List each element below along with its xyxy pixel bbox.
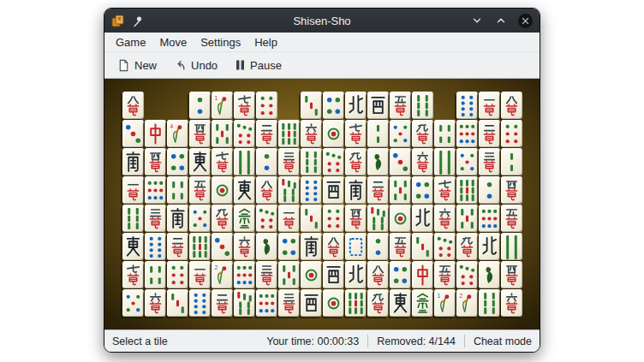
tile-b3[interactable] bbox=[166, 289, 188, 317]
tile-m4[interactable] bbox=[344, 205, 367, 233]
tile-c1[interactable] bbox=[211, 176, 233, 205]
tile-m1[interactable] bbox=[478, 92, 500, 120]
tile-m6[interactable] bbox=[411, 148, 433, 176]
tile-c7[interactable] bbox=[322, 148, 344, 176]
tile-dG[interactable] bbox=[411, 289, 433, 317]
tile-c1[interactable] bbox=[322, 289, 344, 317]
tile-m3[interactable] bbox=[478, 148, 500, 176]
tile-wE[interactable] bbox=[188, 148, 211, 176]
tile-m2[interactable] bbox=[166, 233, 188, 261]
tile-b3[interactable] bbox=[411, 233, 433, 261]
tile-m5[interactable] bbox=[433, 261, 456, 289]
tile-m7[interactable] bbox=[344, 120, 367, 148]
pause-button[interactable]: Pause bbox=[229, 56, 288, 74]
tile-wN[interactable] bbox=[411, 205, 433, 233]
tile-m9[interactable] bbox=[367, 289, 389, 317]
tile-wS[interactable] bbox=[166, 205, 188, 233]
tile-m1[interactable] bbox=[277, 205, 300, 233]
tile-m1[interactable] bbox=[122, 176, 144, 205]
tile-m7[interactable] bbox=[122, 261, 144, 289]
tile-m6[interactable] bbox=[233, 233, 255, 261]
tile-m2[interactable] bbox=[211, 289, 233, 317]
tile-s1[interactable]: 1 bbox=[433, 289, 456, 317]
tile-m3[interactable] bbox=[255, 261, 277, 289]
tile-m4[interactable] bbox=[500, 176, 522, 205]
tile-wN[interactable] bbox=[478, 233, 500, 261]
tile-m3[interactable] bbox=[277, 289, 300, 317]
tile-dR[interactable] bbox=[411, 261, 433, 289]
tile-b7[interactable] bbox=[277, 176, 300, 205]
tile-m7[interactable] bbox=[233, 92, 255, 120]
tile-c5[interactable] bbox=[456, 148, 478, 176]
tile-c9[interactable] bbox=[255, 289, 277, 317]
minimize-button[interactable] bbox=[469, 13, 485, 28]
tile-b6[interactable] bbox=[478, 289, 500, 317]
menu-settings[interactable]: Settings bbox=[194, 34, 247, 50]
tile-m6[interactable] bbox=[433, 205, 456, 233]
tile-m7[interactable] bbox=[211, 148, 233, 176]
tile-c4[interactable] bbox=[389, 261, 411, 289]
tile-m5[interactable] bbox=[389, 92, 411, 120]
tile-b2[interactable] bbox=[500, 148, 522, 176]
tile-b4[interactable] bbox=[166, 176, 188, 205]
tile-m6[interactable] bbox=[500, 289, 522, 317]
tile-c2[interactable] bbox=[188, 92, 211, 120]
tile-c6[interactable] bbox=[166, 261, 188, 289]
tile-m8[interactable] bbox=[322, 233, 344, 261]
tile-b9[interactable] bbox=[456, 176, 478, 205]
tile-m3[interactable] bbox=[277, 148, 300, 176]
tile-c2[interactable] bbox=[478, 176, 500, 205]
tile-c3[interactable] bbox=[122, 120, 144, 148]
tile-c8[interactable] bbox=[456, 92, 478, 120]
tile-wW[interactable] bbox=[367, 92, 389, 120]
tile-c9[interactable] bbox=[144, 176, 166, 205]
tile-b3[interactable] bbox=[300, 92, 322, 120]
tile-b9[interactable] bbox=[188, 233, 211, 261]
tile-b1[interactable] bbox=[478, 261, 500, 289]
tile-wW[interactable] bbox=[300, 289, 322, 317]
tile-c2[interactable] bbox=[367, 233, 389, 261]
tile-b1[interactable] bbox=[255, 233, 277, 261]
tile-b1[interactable] bbox=[367, 148, 389, 176]
tile-c7[interactable] bbox=[433, 233, 456, 261]
tile-c7[interactable] bbox=[255, 205, 277, 233]
tile-c1[interactable] bbox=[300, 261, 322, 289]
tile-wE[interactable] bbox=[389, 289, 411, 317]
tile-dW[interactable] bbox=[344, 233, 367, 261]
tile-m4[interactable] bbox=[188, 120, 211, 148]
tile-m8[interactable] bbox=[255, 176, 277, 205]
close-button[interactable] bbox=[517, 13, 533, 28]
tile-c8[interactable] bbox=[144, 233, 166, 261]
tile-wE[interactable] bbox=[233, 176, 255, 205]
tile-m5[interactable] bbox=[389, 233, 411, 261]
tile-c4[interactable] bbox=[166, 148, 188, 176]
tile-c5[interactable] bbox=[122, 289, 144, 317]
tile-m2[interactable] bbox=[255, 120, 277, 148]
tile-b7[interactable] bbox=[233, 289, 255, 317]
tile-c9[interactable] bbox=[233, 261, 255, 289]
tile-b8[interactable] bbox=[433, 148, 456, 176]
menu-help[interactable]: Help bbox=[247, 34, 284, 50]
tile-m8[interactable] bbox=[367, 261, 389, 289]
new-button[interactable]: New bbox=[111, 56, 163, 74]
tile-b7[interactable] bbox=[367, 205, 389, 233]
tile-c5[interactable] bbox=[188, 205, 211, 233]
tile-c1[interactable] bbox=[389, 205, 411, 233]
tile-b5[interactable] bbox=[456, 205, 478, 233]
tile-m2[interactable] bbox=[367, 176, 389, 205]
tile-dR[interactable] bbox=[144, 120, 166, 148]
tile-m9[interactable] bbox=[411, 120, 433, 148]
tile-b9[interactable] bbox=[277, 120, 300, 148]
tile-c3[interactable] bbox=[389, 148, 411, 176]
tile-c4[interactable] bbox=[277, 233, 300, 261]
tile-b9[interactable] bbox=[344, 289, 367, 317]
tile-b6[interactable] bbox=[411, 92, 433, 120]
tile-m6[interactable] bbox=[144, 289, 166, 317]
tile-f2[interactable]: 2 bbox=[456, 289, 478, 317]
tile-c8[interactable] bbox=[300, 176, 322, 205]
tile-c1[interactable] bbox=[322, 120, 344, 148]
tile-b2[interactable] bbox=[367, 120, 389, 148]
tile-f4[interactable]: 4 bbox=[166, 120, 188, 148]
tile-c6[interactable] bbox=[322, 205, 344, 233]
tile-b6[interactable] bbox=[300, 148, 322, 176]
